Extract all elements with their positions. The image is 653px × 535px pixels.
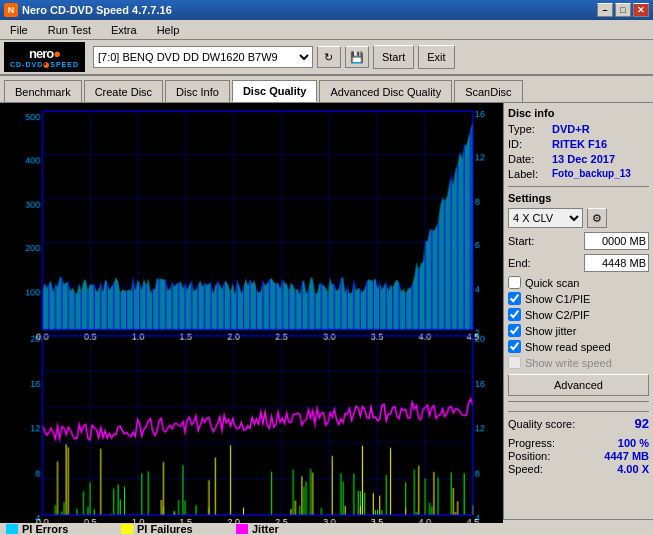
position-row: Position: 4447 MB: [508, 450, 649, 462]
settings-title: Settings: [508, 192, 649, 204]
tab-benchmark[interactable]: Benchmark: [4, 80, 82, 102]
disc-id-row: ID: RITEK F16: [508, 138, 649, 150]
menu-help[interactable]: Help: [151, 22, 186, 38]
menu-bar: File Run Test Extra Help: [0, 20, 653, 40]
quick-scan-label: Quick scan: [525, 277, 579, 289]
main-content: Disc info Type: DVD+R ID: RITEK F16 Date…: [0, 102, 653, 519]
progress-value: 100 %: [618, 437, 649, 449]
pi-errors-block: PI Errors Average: 20.10 Maximum: 253 To…: [6, 523, 105, 535]
show-c2pif-label: Show C2/PIF: [525, 309, 590, 321]
chart-canvas: [0, 103, 503, 523]
quick-scan-row: Quick scan: [508, 276, 649, 289]
pi-failures-label: PI Failures: [137, 523, 193, 535]
save-icon[interactable]: 💾: [345, 46, 369, 68]
position-value: 4447 MB: [604, 450, 649, 462]
title-bar-buttons: – □ ✕: [597, 3, 649, 17]
start-mb-row: Start:: [508, 232, 649, 250]
jitter-label: Jitter: [252, 523, 279, 535]
jitter-block: Jitter Average: 10.39 % Maximum: 14.0 % …: [236, 523, 337, 535]
menu-file[interactable]: File: [4, 22, 34, 38]
title-bar-left: N Nero CD-DVD Speed 4.7.7.16: [4, 3, 172, 17]
disc-type-row: Type: DVD+R: [508, 123, 649, 135]
pi-errors-header: PI Errors: [6, 523, 105, 535]
exit-button[interactable]: Exit: [418, 45, 454, 69]
tab-disc-quality[interactable]: Disc Quality: [232, 80, 318, 102]
pi-errors-label: PI Errors: [22, 523, 68, 535]
show-read-speed-checkbox[interactable]: [508, 340, 521, 353]
show-jitter-checkbox[interactable]: [508, 324, 521, 337]
show-c2pif-checkbox[interactable]: [508, 308, 521, 321]
disc-info-title: Disc info: [508, 107, 649, 119]
speed-row-2: Speed: 4.00 X: [508, 463, 649, 475]
disc-id-value: RITEK F16: [552, 138, 607, 150]
drive-select[interactable]: [7:0] BENQ DVD DD DW1620 B7W9: [93, 46, 313, 68]
pi-failures-header: PI Failures: [121, 523, 220, 535]
progress-section: Progress: 100 % Position: 4447 MB Speed:…: [508, 437, 649, 476]
title-bar: N Nero CD-DVD Speed 4.7.7.16 – □ ✕: [0, 0, 653, 20]
end-label: End:: [508, 257, 531, 269]
tab-scan-disc[interactable]: ScanDisc: [454, 80, 522, 102]
quality-score-row: Quality score: 92: [508, 411, 649, 431]
start-label: Start:: [508, 235, 534, 247]
show-jitter-row: Show jitter: [508, 324, 649, 337]
disc-label-row: Label: Foto_backup_13: [508, 168, 649, 180]
tabs-bar: Benchmark Create Disc Disc Info Disc Qua…: [0, 76, 653, 102]
disc-id-label: ID:: [508, 138, 548, 150]
maximize-button[interactable]: □: [615, 3, 631, 17]
progress-label: Progress:: [508, 437, 555, 449]
show-c1pie-checkbox[interactable]: [508, 292, 521, 305]
menu-runtest[interactable]: Run Test: [42, 22, 97, 38]
disc-label-value: Foto_backup_13: [552, 168, 631, 180]
speed-row: 4 X CLV ⚙: [508, 208, 649, 228]
tab-create-disc[interactable]: Create Disc: [84, 80, 163, 102]
tab-disc-info[interactable]: Disc Info: [165, 80, 230, 102]
minimize-button[interactable]: –: [597, 3, 613, 17]
show-read-speed-label: Show read speed: [525, 341, 611, 353]
speed-select[interactable]: 4 X CLV: [508, 208, 583, 228]
app-icon: N: [4, 3, 18, 17]
show-read-speed-row: Show read speed: [508, 340, 649, 353]
show-write-speed-label: Show write speed: [525, 357, 612, 369]
start-button[interactable]: Start: [373, 45, 414, 69]
tab-advanced-disc-quality[interactable]: Advanced Disc Quality: [319, 80, 452, 102]
pi-failures-color: [121, 524, 133, 534]
show-write-speed-row: Show write speed: [508, 356, 649, 369]
menu-extra[interactable]: Extra: [105, 22, 143, 38]
quality-score-label: Quality score:: [508, 418, 575, 430]
show-jitter-label: Show jitter: [525, 325, 576, 337]
toolbar: nero● CD-DVD◕SPEED [7:0] BENQ DVD DD DW1…: [0, 40, 653, 76]
disc-type-label: Type:: [508, 123, 548, 135]
show-write-speed-checkbox[interactable]: [508, 356, 521, 369]
pi-failures-block: PI Failures Average: 0.11 Maximum: 14 To…: [121, 523, 220, 535]
title-bar-text: Nero CD-DVD Speed 4.7.7.16: [22, 4, 172, 16]
right-panel: Disc info Type: DVD+R ID: RITEK F16 Date…: [503, 103, 653, 519]
pi-errors-color: [6, 524, 18, 534]
start-input[interactable]: [584, 232, 649, 250]
quick-scan-checkbox[interactable]: [508, 276, 521, 289]
show-c2pif-row: Show C2/PIF: [508, 308, 649, 321]
show-c1pie-row: Show C1/PIE: [508, 292, 649, 305]
position-label: Position:: [508, 450, 550, 462]
divider1: [508, 186, 649, 187]
eject-icon[interactable]: ↻: [317, 46, 341, 68]
jitter-header: Jitter: [236, 523, 337, 535]
chart-wrapper: [0, 103, 503, 519]
disc-date-label: Date:: [508, 153, 548, 165]
disc-label-label: Label:: [508, 168, 548, 180]
disc-type-value: DVD+R: [552, 123, 590, 135]
end-mb-row: End:: [508, 254, 649, 272]
show-c1pie-label: Show C1/PIE: [525, 293, 590, 305]
advanced-button[interactable]: Advanced: [508, 374, 649, 396]
jitter-color: [236, 524, 248, 534]
divider2: [508, 401, 649, 402]
disc-date-value: 13 Dec 2017: [552, 153, 615, 165]
speed-label: Speed:: [508, 463, 543, 475]
close-button[interactable]: ✕: [633, 3, 649, 17]
disc-date-row: Date: 13 Dec 2017: [508, 153, 649, 165]
speed-value: 4.00 X: [617, 463, 649, 475]
settings-icon[interactable]: ⚙: [587, 208, 607, 228]
progress-row: Progress: 100 %: [508, 437, 649, 449]
nero-logo: nero● CD-DVD◕SPEED: [4, 42, 85, 72]
quality-score-value: 92: [635, 416, 649, 431]
end-input[interactable]: [584, 254, 649, 272]
